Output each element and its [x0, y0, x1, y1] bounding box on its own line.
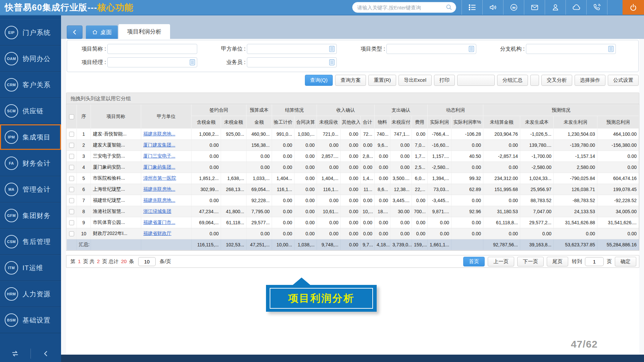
client-link[interactable]: 浙江绿城集团 [143, 208, 171, 214]
sidebar-item-oam[interactable]: OAM协同办公 [0, 46, 61, 72]
column-header[interactable]: 未税金额 [221, 116, 247, 129]
query-button[interactable]: 查询(Q) [305, 75, 333, 86]
last-page-button[interactable]: 尾页 [547, 257, 568, 266]
mail-icon[interactable] [524, 0, 545, 15]
branch-org-input[interactable] [526, 44, 616, 54]
client-link[interactable]: 福建兆联房地... [143, 131, 175, 136]
table-row[interactable]: 2建发大厦智能...厦门建发集团...0.00156,38...0.000.00… [67, 140, 639, 151]
cloud-icon[interactable] [566, 0, 586, 15]
sidebar-item-ipm[interactable]: IPM集成项目 [0, 124, 61, 150]
prev-page-button[interactable]: 上一页 [488, 257, 514, 266]
column-header[interactable]: 未发生利润 [554, 116, 597, 129]
client-unit-input[interactable] [247, 44, 337, 54]
row-checkbox[interactable] [69, 187, 74, 192]
table-row[interactable]: 10财政厅2022年I...福建省财政厅0.000.000.000.000.00… [67, 228, 639, 239]
group-by-bar[interactable]: 拖拽列头到这里以用它分组 [66, 93, 639, 104]
column-header[interactable]: 验工计价 [272, 116, 294, 129]
column-header[interactable]: 含税金额 [192, 116, 221, 129]
reset-button[interactable]: 重置(R) [368, 75, 396, 86]
picker-icon[interactable] [328, 59, 335, 66]
column-group-header[interactable]: 预算成本 [247, 105, 272, 116]
row-checkbox[interactable] [69, 165, 74, 170]
sidebar-item-gfm[interactable]: GFM集团财务 [0, 202, 61, 229]
column-header[interactable]: 实际利润 [428, 116, 451, 129]
column-group-header[interactable]: 预测情况 [483, 105, 639, 116]
client-link[interactable]: 漳州市第一医院 [143, 175, 176, 181]
row-checkbox[interactable] [69, 220, 74, 225]
goto-confirm-button[interactable]: 确定 [615, 257, 636, 266]
sidebar-item-csm[interactable]: CSM售后管理 [0, 229, 61, 255]
picker-icon[interactable] [328, 45, 335, 53]
column-header[interactable]: 甲方单位 [141, 105, 192, 129]
column-header[interactable]: 未税应收 [317, 116, 341, 129]
column-group-header[interactable]: 签约合同 [192, 105, 247, 116]
client-link[interactable]: 厦门建发集团... [143, 142, 175, 147]
sidebar-item-itm[interactable]: ITMIT运维 [0, 255, 61, 281]
swap-arrows-icon[interactable] [0, 349, 31, 359]
column-header[interactable]: 预测总利润 [597, 116, 639, 129]
column-header[interactable]: 序 [77, 105, 91, 129]
goto-page-input[interactable] [585, 257, 604, 266]
user-icon[interactable] [545, 0, 566, 15]
column-group-header[interactable]: 结算情况 [272, 105, 317, 116]
client-link[interactable]: 厦门三安电子... [143, 153, 175, 159]
im-icon[interactable]: IM [503, 0, 524, 15]
project-manager-input[interactable] [107, 57, 197, 67]
query-plan-button[interactable]: 查询方案 [335, 75, 366, 86]
row-checkbox[interactable] [69, 132, 74, 137]
column-group-header[interactable]: 收入确认 [317, 105, 375, 116]
global-search[interactable] [352, 2, 456, 13]
select-all-checkbox[interactable] [69, 114, 74, 119]
row-checkbox[interactable] [69, 231, 74, 236]
sidebar-item-scm[interactable]: SCM供应链 [0, 98, 61, 124]
column-header[interactable]: 未发生成本 [520, 116, 554, 129]
cross-analysis-button[interactable]: 交叉分析 [541, 75, 572, 86]
phone-icon[interactable] [586, 0, 607, 15]
tab-desktop[interactable]: 桌面 [86, 25, 118, 39]
table-row[interactable]: 9市民体育公园...福建省厦门市...69,064,...61,118...29… [67, 217, 639, 228]
column-header[interactable]: 合计 [361, 116, 375, 129]
column-header[interactable]: 未结算金额 [483, 116, 520, 129]
sidebar-item-fa[interactable]: FA财务会计 [0, 150, 61, 176]
picker-icon[interactable] [607, 45, 614, 53]
client-link[interactable]: 福建兆联房地... [143, 186, 175, 192]
row-checkbox[interactable] [69, 143, 74, 148]
table-row[interactable]: 4厦门象屿安防...厦门象屿集团...0.000.000.000.000.000… [67, 162, 639, 173]
row-checkbox[interactable] [69, 154, 74, 159]
blank-button-small[interactable] [530, 75, 539, 86]
power-icon[interactable] [623, 0, 644, 15]
client-link[interactable]: 厦门象屿集团... [143, 164, 175, 170]
menu-list-icon[interactable] [462, 0, 482, 15]
page-size-input[interactable] [138, 257, 156, 266]
tab-profit-analysis[interactable]: 项目利润分析 [118, 24, 170, 39]
print-button[interactable]: 打印 [434, 75, 455, 86]
client-link[interactable]: 福建兆联房地... [143, 197, 175, 203]
speaker-icon[interactable] [482, 0, 503, 15]
back-button[interactable] [67, 25, 83, 39]
client-link[interactable]: 福建省财政厅 [143, 231, 171, 236]
table-row[interactable]: 5市医院检验科...漳州市第一医院1,851,2...1,638,...1,03… [67, 173, 639, 184]
sidebar-item-ma[interactable]: MA管理会计 [0, 176, 61, 202]
export-excel-button[interactable]: 导出Excel [398, 75, 432, 86]
table-row[interactable]: 1建发·吾悦智能...福建兆联房地...1,008,2...925,00...4… [67, 129, 639, 140]
row-checkbox[interactable] [69, 209, 74, 214]
column-header[interactable]: 实际利润率% [451, 116, 483, 129]
first-page-button[interactable]: 首页 [463, 257, 485, 266]
picker-icon[interactable] [189, 59, 196, 66]
row-checkbox[interactable] [69, 176, 74, 181]
column-group-header[interactable]: 动态利润 [428, 105, 483, 116]
salesman-input[interactable] [247, 57, 337, 67]
project-type-input[interactable] [386, 44, 476, 54]
sidebar-item-bsm[interactable]: BSM基础设置 [0, 307, 61, 333]
column-header[interactable]: 金额 [247, 116, 272, 129]
search-input[interactable] [352, 2, 456, 13]
table-row[interactable]: 3三安电子安防...厦门三安电子...0.000.000.000.002,857… [67, 151, 639, 162]
table-row[interactable]: 7福建世纪珑墅...福建兆联房地...0.0092,228...0.000.00… [67, 195, 639, 206]
row-checkbox[interactable] [69, 198, 74, 203]
blank-button[interactable] [457, 75, 495, 86]
client-link[interactable]: 福建省厦门市... [143, 220, 175, 225]
column-header[interactable]: 未税应付 [390, 116, 412, 129]
column-header[interactable]: 费用 [412, 116, 428, 129]
project-name-input[interactable] [107, 44, 197, 54]
sidebar-item-hrm[interactable]: HRM人力资源 [0, 281, 61, 307]
